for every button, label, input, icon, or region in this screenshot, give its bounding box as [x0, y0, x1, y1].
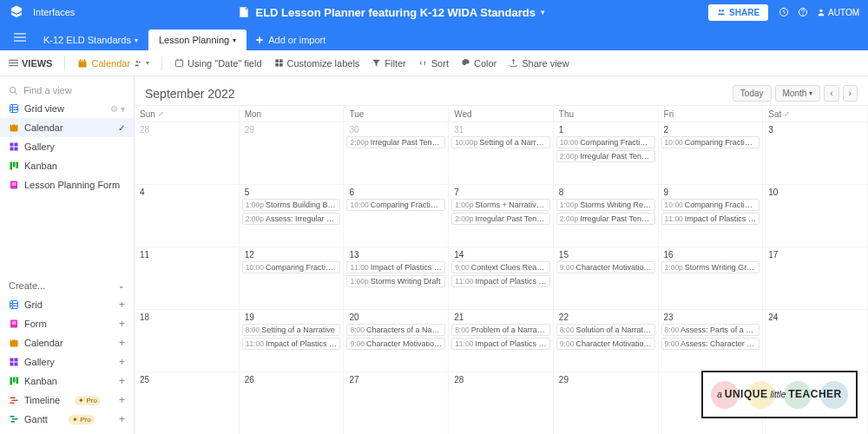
create-view-item[interactable]: Form+ [0, 314, 134, 333]
prev-month-button[interactable]: ‹ [824, 85, 838, 102]
calendar-cell[interactable]: 208:00Characters of a Narrative9:00Chara… [344, 309, 449, 372]
sidebar-view-item[interactable]: Grid view⚙ ▾ [0, 99, 134, 118]
calendar-event[interactable]: 10:00Comparing Fractions Writing [661, 136, 760, 148]
calendar-event[interactable]: 11:00Impact of Plastics Speech copy [661, 213, 760, 225]
calendar-event[interactable]: 2:00pIrregular Past Tense Intro [556, 213, 655, 225]
calendar-cell[interactable]: 26 [240, 372, 345, 434]
calendar-cell[interactable]: 17 [763, 247, 868, 309]
calendar-cell[interactable]: 910:00Comparing Fractions Sentence...11:… [659, 184, 764, 247]
sidebar-view-item[interactable]: Kanban [0, 156, 134, 175]
menu-icon[interactable] [7, 31, 33, 43]
plus-icon[interactable]: + [119, 356, 125, 368]
app-logo-icon[interactable] [9, 4, 24, 20]
calendar-event[interactable]: 8:00Solution of a Narrative [556, 324, 655, 336]
calendar-cell[interactable]: 29 [240, 122, 345, 184]
sort-button[interactable]: Sort [418, 58, 449, 69]
calendar-cell[interactable]: 28 [135, 122, 240, 184]
calendar-cell[interactable]: 71:00pStorms + Narrative Opening S...2:0… [449, 184, 554, 247]
calendar-cell[interactable]: 161:00pStorms Writing Graphic Organ... [659, 247, 764, 309]
calendar-event[interactable]: 2:00pAssess: Irregular Past Tense [242, 213, 341, 225]
calendar-event[interactable]: 9:00Assess: Character Motivation [661, 338, 760, 350]
today-button[interactable]: Today [733, 85, 772, 102]
plus-icon[interactable]: + [119, 394, 125, 406]
calendar-event[interactable]: 8:00Assess: Parts of a Narrative [661, 324, 760, 336]
calendar-cell[interactable]: 159:00Character Motivation Partner W... [554, 247, 659, 309]
chevron-down-icon[interactable]: ▾ [541, 8, 545, 16]
plus-icon[interactable]: + [119, 337, 125, 349]
calendar-event[interactable]: 1:00pStorms Writing Draft [346, 275, 445, 287]
expand-icon[interactable]: ⤢ [784, 110, 790, 118]
calendar-cell[interactable]: 10 [763, 184, 868, 247]
calendar-cell[interactable]: 149:00Context Clues Read Aloud11:00Impac… [449, 247, 554, 309]
create-view-item[interactable]: Timeline✦ Pro+ [0, 391, 134, 410]
calendar-event[interactable]: 8:00Problem of a Narrative [451, 324, 550, 336]
calendar-event[interactable]: 9:00Character Motivation Individual [556, 338, 655, 350]
calendar-cell[interactable]: 610:00Comparing Fractions Intro [344, 184, 449, 247]
date-field-button[interactable]: Using "Date" field [174, 58, 261, 69]
calendar-cell[interactable]: 51:00pStorms Building Background2:00pAss… [240, 184, 345, 247]
share-view-button[interactable]: Share view [509, 58, 569, 69]
calendar-event[interactable]: 11:00Impact of Plastics Speech Plan... [451, 338, 550, 350]
calendar-cell[interactable]: 198:00Setting of a Narrative11:00Impact … [240, 309, 345, 372]
sidebar-view-item[interactable]: Lesson Planning Form [0, 175, 134, 194]
calendar-event[interactable]: 10:00Comparing Fractions Game [556, 136, 655, 148]
calendar-event[interactable]: 8:00Setting of a Narrative [242, 324, 341, 336]
customize-labels-button[interactable]: Customize labels [274, 58, 360, 69]
gear-icon[interactable]: ⚙ ▾ [110, 104, 125, 114]
calendar-event[interactable]: 10:00Comparing Fractions Sentence... [661, 199, 760, 211]
plus-icon[interactable]: + [119, 375, 125, 387]
calendar-cell[interactable]: 302:00pIrregular Past Tense Game [344, 122, 449, 184]
color-button[interactable]: Color [461, 58, 496, 69]
calendar-cell[interactable]: 1311:00Impact of Plastics Speech Brai...… [344, 247, 449, 309]
calendar-cell[interactable]: 3110:00pSetting of a Narrative copy c... [449, 122, 554, 184]
create-view-item[interactable]: Gallery+ [0, 352, 134, 372]
calendar-event[interactable]: 1:00pStorms Building Background [242, 199, 341, 211]
sidebar-view-item[interactable]: Gallery [0, 137, 134, 156]
plus-icon[interactable]: + [119, 318, 125, 330]
calendar-cell[interactable]: 218:00Problem of a Narrative11:00Impact … [449, 309, 554, 372]
calendar-cell[interactable]: 210:00Comparing Fractions Writing [659, 122, 764, 184]
calendar-cell[interactable]: 11 [135, 247, 240, 309]
calendar-cell[interactable]: 29 [554, 372, 659, 434]
sidebar-view-item[interactable]: Calendar✓ [0, 118, 134, 137]
calendar-event[interactable]: 1:00pStorms Writing Graphic Organ... [661, 261, 760, 273]
current-view-dropdown[interactable]: Calendar ▾ [77, 58, 149, 69]
share-button[interactable]: SHARE [708, 4, 768, 21]
create-view-item[interactable]: Grid+ [0, 295, 134, 314]
calendar-cell[interactable]: 1210:00Comparing Fractions Language [240, 247, 345, 309]
create-view-item[interactable]: Kanban+ [0, 372, 134, 391]
calendar-cell[interactable]: 4 [135, 184, 240, 247]
calendar-cell[interactable]: 25 [135, 372, 240, 434]
next-month-button[interactable]: › [843, 85, 858, 102]
calendar-cell[interactable]: 18 [135, 309, 240, 372]
add-import-button[interactable]: Add or import [247, 30, 334, 50]
calendar-event[interactable]: 1:00pStorms Writing Revising [556, 199, 655, 211]
expand-icon[interactable]: ⤢ [158, 110, 164, 118]
calendar-event[interactable]: 11:00Impact of Plastics Video [242, 338, 341, 350]
calendar-event[interactable]: 1:00pStorms + Narrative Opening S... [451, 199, 550, 211]
calendar-event[interactable]: 9:00Character Motivation Partner W... [556, 261, 655, 273]
create-section-header[interactable]: Create... ⌄ [0, 276, 134, 295]
calendar-event[interactable]: 2:00pIrregular Past Tense Reading [556, 150, 655, 162]
calendar-event[interactable]: 10:00Comparing Fractions Language [242, 261, 341, 273]
calendar-event[interactable]: 9:00Context Clues Read Aloud [451, 261, 550, 273]
calendar-event[interactable]: 9:00Character Motivation Shared Re... [346, 338, 445, 350]
calendar-cell[interactable]: 228:00Solution of a Narrative9:00Charact… [554, 309, 659, 372]
month-dropdown[interactable]: Month▾ [775, 85, 821, 102]
filter-button[interactable]: Filter [372, 58, 405, 69]
history-icon[interactable] [779, 7, 789, 17]
help-icon[interactable] [798, 7, 808, 17]
views-toggle-button[interactable]: VIEWS [9, 58, 52, 69]
calendar-cell[interactable]: 3 [763, 122, 868, 184]
plus-icon[interactable]: + [119, 413, 125, 425]
create-view-item[interactable]: Calendar+ [0, 333, 134, 352]
calendar-event[interactable]: 2:00pIrregular Past Tense Game [346, 136, 445, 148]
interfaces-link[interactable]: Interfaces [33, 7, 75, 17]
find-view-input[interactable]: Find a view [0, 82, 134, 99]
create-view-item[interactable]: Gantt✦ Pro+ [0, 410, 134, 429]
calendar-event[interactable]: 11:00Impact of Plastics Speech Writi... [451, 275, 550, 287]
calendar-cell[interactable]: 238:00Assess: Parts of a Narrative9:00As… [659, 309, 764, 372]
calendar-event[interactable]: 10:00pSetting of a Narrative copy c... [451, 136, 550, 148]
automations-link[interactable]: AUTOM [817, 8, 859, 17]
calendar-event[interactable]: 10:00Comparing Fractions Intro [346, 199, 445, 211]
